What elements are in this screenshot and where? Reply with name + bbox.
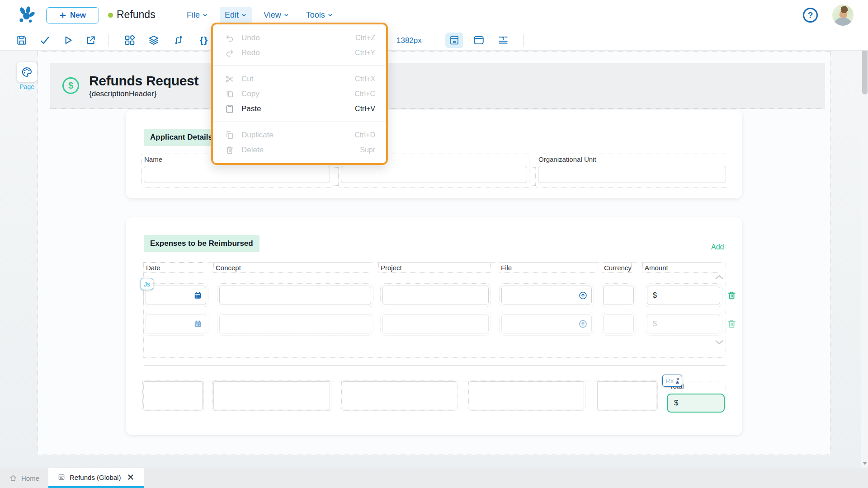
total-amount-field[interactable]: $ xyxy=(667,394,725,413)
org-unit-field-label: Organizational Unit xyxy=(538,155,726,163)
total-empty-cell[interactable] xyxy=(343,381,456,409)
menu-item-copy[interactable]: Copy Ctrl+C xyxy=(213,86,386,101)
menu-item-shortcut: Ctrl+C xyxy=(354,90,375,98)
chevron-down-icon xyxy=(327,12,333,18)
chevron-down-icon xyxy=(283,12,289,18)
calendar-icon[interactable] xyxy=(193,319,202,328)
add-row-link[interactable]: Add xyxy=(711,243,724,251)
chevron-down-icon[interactable] xyxy=(714,339,724,346)
form-header-band[interactable]: $ Refunds Request {descriptionHeader} xyxy=(50,63,825,109)
column-header-amount: Amount xyxy=(642,263,720,273)
layers-icon xyxy=(148,34,160,46)
validate-button[interactable] xyxy=(39,34,51,46)
field-splitter[interactable] xyxy=(530,167,536,186)
total-empty-cell[interactable] xyxy=(470,381,584,409)
amount-input[interactable] xyxy=(647,314,720,333)
menu-edit-label: Edit xyxy=(225,10,239,20)
upload-icon[interactable] xyxy=(578,291,588,300)
column-header-date: Date xyxy=(144,263,205,273)
total-empty-cell[interactable] xyxy=(144,381,203,409)
form-subtitle: {descriptionHeader} xyxy=(89,89,198,99)
menu-item-cut[interactable]: Cut Ctrl+X xyxy=(213,71,386,86)
close-tab-icon[interactable] xyxy=(127,473,135,481)
applicant-section-title: Applicant Details xyxy=(144,129,219,146)
currency-input[interactable] xyxy=(603,286,634,305)
paste-icon xyxy=(225,104,235,114)
js-script-badge[interactable]: Js xyxy=(141,278,153,290)
run-preview-button[interactable] xyxy=(62,34,74,46)
scroll-down-arrow[interactable] xyxy=(863,462,867,465)
vertical-scrollbar[interactable] xyxy=(861,30,868,468)
app-logo-icon[interactable] xyxy=(16,5,37,25)
menu-view[interactable]: View xyxy=(259,7,294,23)
chevron-up-icon[interactable] xyxy=(714,274,724,280)
delete-row-icon[interactable] xyxy=(726,290,737,300)
page-surface[interactable]: $ Refunds Request {descriptionHeader} Ap… xyxy=(38,51,830,455)
open-external-button[interactable] xyxy=(85,34,97,46)
menu-item-redo[interactable]: Redo Ctrl+Y xyxy=(213,45,386,60)
connections-button[interactable] xyxy=(173,34,184,46)
tab-refunds-global[interactable]: Refunds (Global) xyxy=(48,468,144,488)
new-button[interactable]: New xyxy=(46,7,99,23)
calendar-icon[interactable] xyxy=(193,291,202,300)
container-button[interactable] xyxy=(473,34,485,46)
widgets-button[interactable] xyxy=(124,34,136,46)
form-tab-icon xyxy=(57,473,66,481)
currency-cell xyxy=(603,314,634,333)
currency-input[interactable] xyxy=(603,314,634,333)
menu-item-duplicate[interactable]: Duplicate Ctrl+D xyxy=(213,127,386,142)
upload-icon[interactable] xyxy=(578,319,588,328)
user-avatar[interactable] xyxy=(832,5,854,26)
amount-input[interactable] xyxy=(647,286,720,305)
distribute-icon xyxy=(497,34,509,46)
org-unit-input[interactable] xyxy=(538,166,726,183)
rx-formula-badge[interactable]: Rx -x a xyxy=(662,375,682,387)
project-input[interactable] xyxy=(382,286,489,305)
menu-item-label: Redo xyxy=(241,48,355,57)
help-button[interactable]: ? xyxy=(803,8,818,23)
menu-divider xyxy=(213,66,386,66)
expenses-section-title: Expenses to be Reimbursed xyxy=(144,235,259,252)
formula-icon: -x a xyxy=(675,377,679,385)
menu-item-undo[interactable]: Undo Ctrl+Z xyxy=(213,30,386,45)
check-icon xyxy=(39,34,51,46)
field-splitter[interactable] xyxy=(333,167,339,186)
middle-input[interactable] xyxy=(341,166,527,183)
duplicate-icon xyxy=(225,130,235,140)
total-empty-cell[interactable] xyxy=(213,381,330,409)
menu-item-label: Duplicate xyxy=(241,131,354,140)
concept-input[interactable] xyxy=(219,314,371,333)
form-layout-button[interactable] xyxy=(445,33,463,48)
toolbar-divider xyxy=(523,34,524,47)
chevron-down-icon xyxy=(202,12,208,18)
menu-edit[interactable]: Edit xyxy=(220,7,252,23)
expenses-card[interactable]: Expenses to be Reimbursed Add Date Conce… xyxy=(126,217,742,435)
menu-file[interactable]: File xyxy=(182,7,213,23)
distribute-button[interactable] xyxy=(497,34,509,46)
page-palette-label: Page xyxy=(17,83,37,90)
tab-home[interactable]: Home xyxy=(0,468,48,488)
trash-icon xyxy=(225,145,235,155)
column-header-file: File xyxy=(499,263,598,273)
concept-cell xyxy=(219,314,371,333)
project-input[interactable] xyxy=(382,314,489,333)
layers-button[interactable] xyxy=(148,34,160,46)
page-palette-button[interactable] xyxy=(17,62,37,82)
total-empty-cell[interactable] xyxy=(597,381,656,409)
date-cell xyxy=(146,314,206,333)
code-button[interactable]: {} xyxy=(198,34,210,46)
connections-icon xyxy=(173,34,184,46)
name-input[interactable] xyxy=(144,166,330,183)
menu-item-delete[interactable]: Delete Supr xyxy=(213,142,386,157)
concept-input[interactable] xyxy=(219,286,371,305)
menu-tools[interactable]: Tools xyxy=(301,7,338,23)
menu-item-shortcut: Ctrl+Y xyxy=(355,49,375,57)
menu-item-label: Cut xyxy=(241,75,355,84)
amount-currency-prefix: $ xyxy=(653,320,657,328)
delete-row-icon[interactable] xyxy=(726,319,737,329)
menu-file-label: File xyxy=(187,10,200,20)
menu-tools-label: Tools xyxy=(306,10,325,20)
save-button[interactable] xyxy=(16,34,28,46)
form-title: Refunds Request xyxy=(89,73,198,89)
menu-item-paste[interactable]: Paste Ctrl+V xyxy=(213,101,386,116)
